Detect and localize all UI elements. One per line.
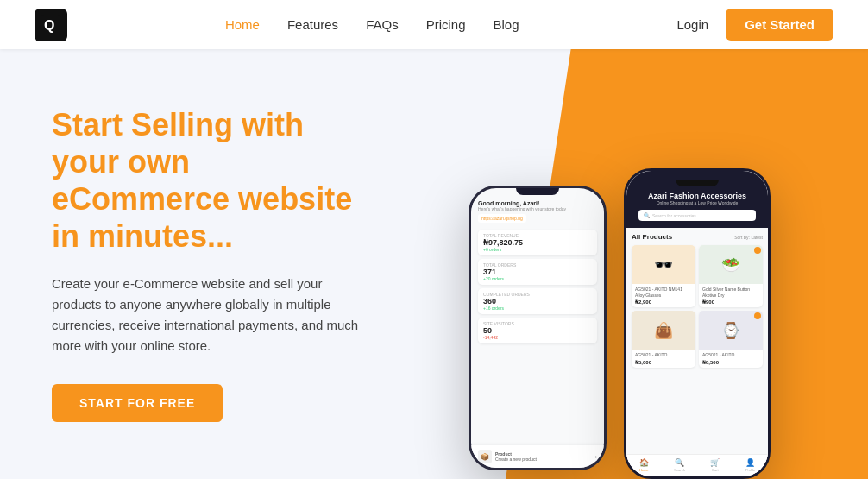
notch bbox=[516, 188, 559, 195]
nav-profile[interactable]: 👤 Profile bbox=[745, 458, 755, 472]
product-icon: 📦 bbox=[478, 450, 492, 463]
store-content: All Products Sort By: Latest 🕶️ AG5021 -… bbox=[626, 228, 768, 454]
stat-completed: COMPLETED ORDERS 360 +16 orders bbox=[478, 288, 597, 314]
product-image-4: ⌚ bbox=[699, 311, 763, 350]
get-started-button[interactable]: Get Started bbox=[726, 9, 833, 41]
store-bottom-nav: 🏠 Home 🔍 Search 🛒 Cart 👤 bbox=[626, 454, 768, 476]
badge-dot-2 bbox=[754, 312, 761, 319]
arrow-icon: › bbox=[595, 454, 597, 460]
hero-section: Start Selling with your own eCommerce we… bbox=[0, 49, 868, 479]
product-image-1: 🕶️ bbox=[632, 245, 695, 284]
store-search[interactable]: 🔍 Search for accessories... bbox=[638, 210, 756, 221]
dashboard-header: Good morning, Azari! Here's what's happe… bbox=[471, 195, 604, 226]
products-grid: 🕶️ AG5021 - AKITO NM141 Alloy Glasses ₦2… bbox=[632, 245, 763, 368]
store-url: https://azari.qshop.ng bbox=[478, 214, 526, 223]
hero-left: Start Selling with your own eCommerce we… bbox=[0, 54, 362, 475]
product-card-4[interactable]: ⌚ AG5021 - AKITO ₦8,500 bbox=[699, 311, 763, 368]
nav-item-features[interactable]: Features bbox=[287, 17, 338, 33]
products-header: All Products Sort By: Latest bbox=[632, 233, 763, 241]
stat-visitors: SITE VISITORS 50 -14,442 bbox=[478, 318, 597, 343]
cart-icon: 🛒 bbox=[710, 458, 720, 467]
sort-label[interactable]: Sort By: Latest bbox=[734, 235, 763, 240]
navbar-right: Login Get Started bbox=[676, 9, 833, 41]
search-placeholder: Search for accessories... bbox=[652, 213, 700, 218]
svg-text:Q: Q bbox=[44, 18, 54, 33]
login-link[interactable]: Login bbox=[676, 17, 708, 32]
dashboard-screen: Good morning, Azari! Here's what's happe… bbox=[471, 188, 604, 468]
nav-item-blog[interactable]: Blog bbox=[494, 17, 519, 33]
profile-icon: 👤 bbox=[745, 458, 755, 467]
dashboard-stats: TOTAL REVENUE ₦97,820.75 +6 orders TOTAL… bbox=[471, 226, 604, 350]
nav-cart[interactable]: 🛒 Cart bbox=[710, 458, 720, 472]
product-card-1[interactable]: 🕶️ AG5021 - AKITO NM141 Alloy Glasses ₦2… bbox=[632, 245, 695, 307]
start-for-free-button[interactable]: START FOR FREE bbox=[52, 384, 223, 422]
nav-item-faqs[interactable]: FAQs bbox=[366, 17, 399, 33]
product-card-3[interactable]: 👜 AG5021 - AKITO ₦5,000 bbox=[632, 311, 695, 368]
badge-dot bbox=[754, 247, 761, 254]
home-icon: 🏠 bbox=[639, 458, 649, 467]
store-notch bbox=[676, 180, 719, 186]
nav-home[interactable]: 🏠 Home bbox=[639, 458, 649, 472]
product-image-2: 🥗 bbox=[699, 245, 763, 284]
store-screen: Azari Fashion Accessories Online Shoppin… bbox=[626, 171, 768, 476]
product-card-2[interactable]: 🥗 Gold Silver Name Button Akotive Dry ₦9… bbox=[699, 245, 763, 307]
hero-description: Create your e-Commerce website and sell … bbox=[52, 274, 362, 356]
store-sub: Online Shopping at a Low Price Worldwide bbox=[633, 200, 761, 205]
product-image-3: 👜 bbox=[632, 311, 695, 350]
phone-store: Azari Fashion Accessories Online Shoppin… bbox=[624, 168, 771, 479]
nav-item-pricing[interactable]: Pricing bbox=[426, 17, 466, 33]
dashboard-sub: Here's what's happening with your store … bbox=[478, 206, 597, 211]
hero-right: Good morning, Azari! Here's what's happe… bbox=[362, 49, 868, 479]
phone-dashboard: Good morning, Azari! Here's what's happe… bbox=[469, 186, 607, 470]
store-header: Azari Fashion Accessories Online Shoppin… bbox=[626, 171, 768, 228]
nav-search[interactable]: 🔍 Search bbox=[674, 458, 685, 472]
dashboard-bottom-bar: 📦 Product Create a new product › bbox=[471, 445, 604, 468]
stat-orders: TOTAL ORDERS 371 +20 orders bbox=[478, 259, 597, 285]
stat-revenue: TOTAL REVENUE ₦97,820.75 +6 orders bbox=[478, 230, 597, 255]
search-nav-icon: 🔍 bbox=[675, 458, 684, 467]
products-title: All Products bbox=[632, 233, 672, 241]
nav-item-home[interactable]: Home bbox=[225, 17, 260, 33]
store-name: Azari Fashion Accessories bbox=[633, 192, 761, 200]
search-icon: 🔍 bbox=[644, 212, 650, 218]
navbar: Q Home Features FAQs Pricing Blog Login … bbox=[0, 0, 868, 49]
nav-menu: Home Features FAQs Pricing Blog bbox=[225, 17, 519, 33]
logo[interactable]: Q bbox=[35, 9, 67, 41]
dashboard-greeting: Good morning, Azari! bbox=[478, 200, 597, 206]
phones-container: Good morning, Azari! Here's what's happe… bbox=[451, 73, 779, 479]
hero-title: Start Selling with your own eCommerce we… bbox=[52, 106, 362, 255]
